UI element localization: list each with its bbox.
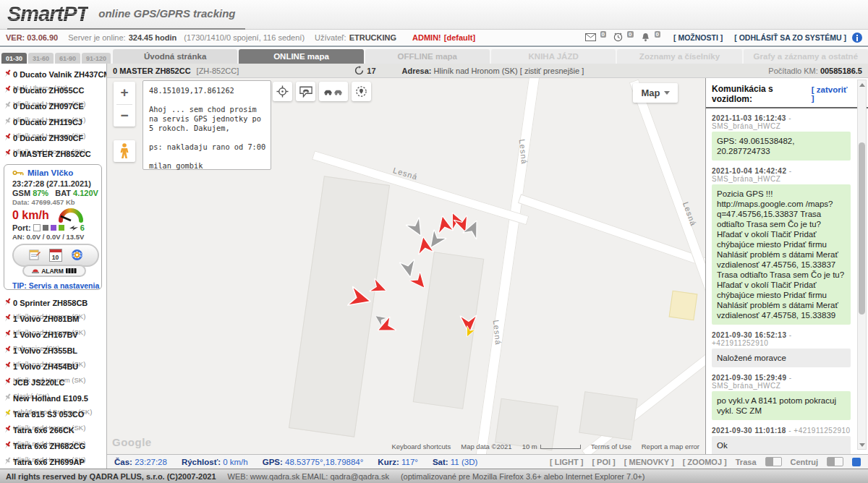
keyboard-shortcuts-link[interactable]: Keyboard shortcuts	[391, 443, 451, 450]
vehicle-sidebar: 0 Ducato Valnik ZH437CMMalé Uherce (SK)0…	[0, 64, 107, 469]
tab-online-mapa[interactable]: ONLINE mapa	[239, 49, 363, 64]
corner-indicator-icon[interactable]	[852, 458, 861, 466]
call-clock-icon[interactable]	[613, 33, 623, 43]
tab-offline-mapa[interactable]: OFFLINE mapa	[365, 49, 490, 64]
poi-button[interactable]: [ POI ]	[592, 458, 615, 466]
trasa-toggle[interactable]	[765, 457, 782, 466]
vehicle-list-item[interactable]: 1 Volvo ZH081BMHliník nad Hronom (SK)	[3, 312, 92, 326]
vehicle-list-item[interactable]: Tatra 6x6 ZH682CGHliník nad Hronom (SK)	[3, 439, 92, 453]
copyright-text: All rights reserved by QADRA PLUS, s.r.o…	[6, 472, 216, 481]
light-mode-button[interactable]: [ LIGHT ]	[550, 458, 583, 466]
address-label: Adresa:	[402, 67, 432, 75]
pager-tab-61-90[interactable]: 61-90	[55, 53, 80, 64]
chevron-down-icon	[664, 91, 670, 95]
message-body: GPS: 49.061538482, 20.287724733	[712, 132, 851, 161]
refresh-button[interactable]: 17	[354, 66, 375, 75]
comm-scrollbar[interactable]	[857, 80, 867, 450]
zoomoj-button[interactable]: [ ZOOMOJ ]	[683, 458, 727, 466]
pin-icon	[3, 99, 13, 114]
message: 2021-11-03 16:12:43 - SMS_brána_HWCZGPS:…	[712, 114, 851, 161]
pager-tab-31-60[interactable]: 31-60	[28, 53, 54, 64]
map-data-copyright: Map data ©2021	[461, 443, 511, 450]
vehicle-list-item[interactable]: 0 Ducato ZH097CEHliník nad Hronom (SK)	[3, 99, 106, 114]
scroll-down-arrow[interactable]	[858, 440, 866, 449]
poi-circle-icon	[355, 85, 367, 98]
pegman-button[interactable]	[114, 140, 135, 162]
message: 2021-09-30 15:29:49 - SMS_brána_HWCZpo v…	[712, 374, 851, 420]
map-canvas[interactable]: Lesná Lesná Lesná Lesná + − 48.151019,17…	[107, 78, 705, 454]
pin-icon	[3, 115, 13, 129]
vehicle-name: 1 Volvo ZH355BL	[13, 346, 77, 355]
mail-icon[interactable]	[585, 33, 596, 43]
vehicle-name: 0 Sprinter ZH858CB	[13, 299, 88, 307]
vehicle-list-item[interactable]: 1 Volvo ZH454BUHliník nad Hronom (SK)	[3, 359, 92, 374]
vehicle-list-item[interactable]: Tatra 6x6 ZH699APHliník nad Hronom (SK)	[3, 455, 92, 469]
sidebar-pagination: 01-30 31-60 61-90 91-120	[1, 53, 111, 64]
message-body: po vykl.v A 8141 potom pokracuj vykl. SC…	[712, 391, 851, 420]
status-speed: 0 km/h	[223, 458, 248, 466]
lightning-icon	[69, 224, 79, 232]
notes-icon[interactable]	[29, 249, 41, 262]
pin-icon	[3, 296, 13, 310]
tab-kniha-jazd[interactable]: KNIHA JÁZD	[491, 49, 616, 64]
map-attribution: Keyboard shortcuts Map data ©2021 10 m T…	[391, 443, 699, 450]
address-detail-link[interactable]: [ zistiť presnejšie ]	[520, 67, 584, 75]
zoom-out-button[interactable]: −	[114, 105, 135, 127]
vehicle-list-item[interactable]: Tara 815 S3 053COHliník nad Hronom (SK)	[3, 407, 92, 422]
options-link[interactable]: [ MOŽNOSTI ]	[673, 33, 723, 42]
driver-name[interactable]: Milan Vlčko	[27, 168, 73, 177]
pin-icon	[3, 359, 13, 374]
locate-button[interactable]	[273, 82, 292, 101]
tip-link[interactable]: TIP: Servis a nastavenia	[12, 281, 101, 290]
pin-icon	[3, 67, 13, 82]
comm-close-link[interactable]: [ zatvoriť ]	[812, 85, 851, 103]
alarm-bell-icon[interactable]	[641, 33, 650, 43]
tab-uvodna-stranka[interactable]: Úvodná stránka	[113, 49, 237, 64]
vehicle-arrow-marker[interactable]	[415, 235, 434, 255]
alarm-label: ALARM	[41, 268, 64, 275]
terms-link[interactable]: Terms of Use	[591, 443, 631, 450]
tab-grafy[interactable]: Grafy a záznamy a ostatné	[744, 49, 868, 64]
traffic-cars-icon	[323, 87, 344, 97]
call-count-badge: 0	[627, 31, 633, 38]
settings-globe-icon[interactable]	[71, 249, 83, 262]
vehicle-list-item[interactable]: 0 Sprinter ZH858CBHliník nad Hronom (SK)	[3, 296, 92, 310]
port-indicator-1	[33, 224, 41, 231]
vehicle-list-item[interactable]: 0 MASTER ZH852CCHliník nad Hronom (SK)	[3, 147, 106, 161]
logout-link[interactable]: [ ODHLÁSIŤ SA ZO SYSTÉMU ]	[734, 33, 846, 42]
scroll-thumb[interactable]	[859, 142, 865, 315]
vehicle-name: 1 Volvo ZH167BV	[13, 330, 78, 339]
zoom-in-button[interactable]: +	[114, 82, 135, 104]
info-icon[interactable]	[852, 33, 862, 43]
vehicle-list-item[interactable]: 0 Ducato Valnik ZH437CMMalé Uherce (SK)	[3, 67, 106, 82]
port-value: 6	[80, 223, 85, 232]
pager-tab-91-120[interactable]: 91-120	[82, 53, 111, 64]
report-error-link[interactable]: Report a map error	[642, 443, 699, 450]
vehicle-list-item[interactable]: 0 Ducato ZH055CCHliník nad Hronom (SK)	[3, 83, 106, 98]
vehicle-detail-panel: Milan Vlčko 23:27:28 (27.11.2021) GSM 87…	[4, 164, 102, 290]
pager-tab-01-30[interactable]: 01-30	[1, 53, 27, 64]
quick-actions: 10	[12, 244, 99, 267]
vehicle-name: 0 Ducato Valnik ZH437CM	[13, 70, 107, 79]
port-indicator-2	[43, 225, 48, 231]
vehicle-chat-button[interactable]	[296, 82, 315, 101]
tab-zoznamy[interactable]: Zoznamy a číselníky	[617, 49, 741, 64]
vehicle-list-item[interactable]: New Holland E109.5Lehôtka pod Brehmy (SK…	[3, 391, 92, 406]
scroll-up-arrow[interactable]	[858, 80, 866, 89]
communication-panel: Komunikácia s vozidlom: [ zatvoriť ] 202…	[705, 78, 868, 454]
vehicle-list-item[interactable]: 0 Ducato ZH390CFHliník nad Hronom (SK)	[3, 131, 106, 145]
app-header: SmartPTonline GPS/GPRS tracking	[0, 0, 868, 30]
menovky-button[interactable]: [ MENOVKY ]	[624, 458, 674, 466]
alarm-button[interactable]: ALARM	[22, 265, 86, 277]
pin-icon	[3, 423, 13, 437]
vehicle-list-item[interactable]: Tatra 6x6 266CKHliník nad Hronom (SK)	[3, 423, 92, 437]
map-type-button[interactable]: Map	[633, 83, 678, 103]
traffic-button[interactable]	[319, 82, 348, 101]
vehicle-list-item[interactable]: 0 Ducato ZH119CJHliník nad Hronom (SK)	[3, 115, 106, 129]
calendar-icon[interactable]: 10	[49, 249, 62, 262]
last-update-time: 23:27:28 (27.11.2021)	[12, 179, 101, 188]
vehicle-name: 0 Ducato ZH055CC	[13, 86, 84, 95]
poi-radius-button[interactable]	[352, 82, 371, 101]
centruj-toggle[interactable]	[827, 457, 843, 466]
vehicle-list-item[interactable]: 1 Volvo ZH355BLHliník nad Hronom (SK)	[3, 343, 92, 358]
